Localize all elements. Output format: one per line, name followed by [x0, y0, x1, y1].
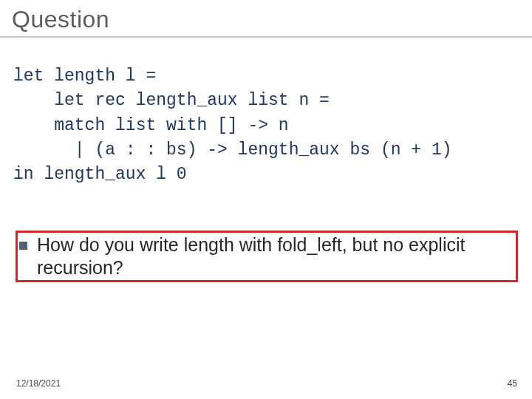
- slide: Question let length l = let rec length_a…: [0, 0, 532, 399]
- question-text: How do you write length with fold_left, …: [37, 233, 523, 279]
- title-area: Question: [0, 0, 532, 38]
- slide-title: Question: [12, 6, 109, 33]
- code-line-4: | (a : : bs) -> length_aux bs (n + 1): [13, 140, 452, 160]
- code-line-3: match list with [] -> n: [13, 116, 289, 135]
- bullet-square-icon: [19, 242, 27, 250]
- code-line-2: let rec length_aux list n =: [13, 91, 330, 110]
- bullet-item: How do you write length with fold_left, …: [19, 233, 523, 279]
- footer-date: 12/18/2021: [16, 378, 61, 389]
- code-block: let length l = let rec length_aux list n…: [13, 64, 532, 188]
- footer-page-number: 45: [508, 378, 517, 389]
- code-line-5: in length_aux l 0: [13, 165, 187, 184]
- code-line-1: let length l =: [13, 66, 156, 86]
